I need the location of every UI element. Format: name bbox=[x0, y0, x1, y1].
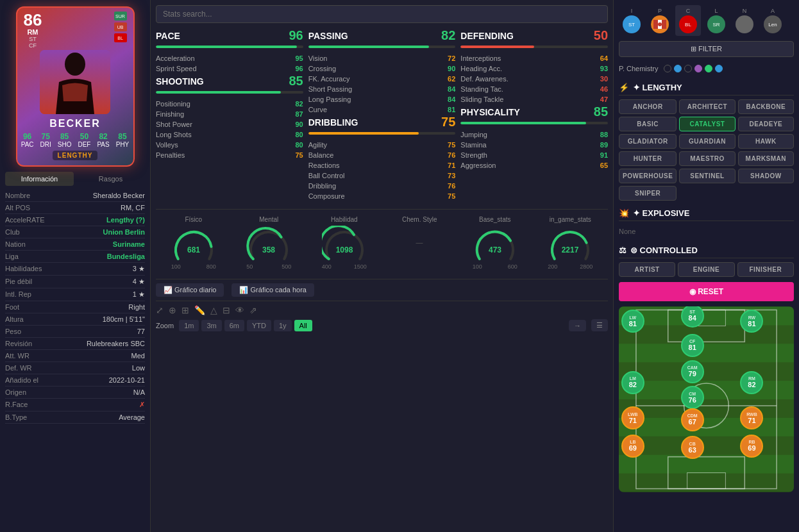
stat-item: Agility75 bbox=[308, 140, 456, 150]
stat-item-value: 65 bbox=[600, 162, 608, 169]
tool-grid-icon[interactable]: ⊟ bbox=[223, 305, 230, 315]
stat-item-value: 64 bbox=[600, 54, 608, 62]
lengthy-item-catalyst[interactable]: CATALYST bbox=[679, 117, 735, 131]
stat-category-value: 85 bbox=[289, 74, 303, 88]
chem-dot-3 bbox=[684, 65, 692, 72]
position-badge-rm[interactable]: RM82 bbox=[740, 371, 763, 394]
search-input[interactable] bbox=[156, 5, 608, 23]
tool-share-icon[interactable]: ⇗ bbox=[249, 305, 257, 315]
player-tab-n[interactable]: N bbox=[732, 5, 757, 36]
lengthy-item-sentinel[interactable]: SENTINEL bbox=[679, 169, 735, 183]
stat-category-name: PACE bbox=[156, 31, 180, 41]
zoom-6m[interactable]: 6m bbox=[224, 320, 244, 331]
lengthy-item-hawk[interactable]: HAWK bbox=[738, 134, 794, 149]
filter-button[interactable]: ⊞ FILTER bbox=[619, 41, 794, 57]
tool-box-icon[interactable]: ⊞ bbox=[181, 305, 189, 315]
left-panel: 86 RM ST CF SUR UB BL bbox=[0, 0, 151, 532]
lengthy-item-basic[interactable]: BASIC bbox=[619, 117, 677, 131]
stat-bar bbox=[308, 132, 419, 135]
zoom-3m[interactable]: 3m bbox=[201, 320, 221, 331]
lengthy-item-hunter[interactable]: HUNTER bbox=[619, 151, 677, 166]
stat-item-name: Balance bbox=[308, 151, 334, 159]
player-tab-c[interactable]: C BL bbox=[675, 5, 701, 36]
middle-panel: PACE96Acceleration95Sprint Speed96SHOOTI… bbox=[151, 0, 613, 532]
player-tab-p[interactable]: P bbox=[647, 5, 673, 36]
lengthy-item-powerhouse[interactable]: POWERHOUSE bbox=[619, 169, 677, 183]
lengthy-item-deadeye[interactable]: DEADEYE bbox=[738, 117, 794, 131]
tool-crosshair-icon[interactable]: ⊕ bbox=[169, 305, 176, 315]
lengthy-item-backbone[interactable]: BACKBONE bbox=[738, 99, 794, 114]
stat-item-name: Agility bbox=[308, 141, 327, 149]
tool-pen-icon[interactable]: ✏️ bbox=[194, 305, 205, 315]
position-badge-rw[interactable]: RW81 bbox=[740, 310, 763, 333]
reset-button[interactable]: ◉ RESET bbox=[619, 282, 794, 301]
position-badge-cf[interactable]: CF81 bbox=[681, 334, 704, 357]
stat-item-name: Interceptions bbox=[460, 54, 501, 62]
position-badge-lb[interactable]: LB69 bbox=[621, 435, 644, 458]
stat-item-value: 73 bbox=[448, 172, 455, 179]
tab-avatar-n bbox=[736, 15, 753, 33]
info-label: Nombre bbox=[5, 192, 50, 199]
card-stat-sho: 85SHO bbox=[58, 132, 72, 148]
player-tab-a[interactable]: A Len bbox=[760, 5, 786, 36]
chart-nav-right[interactable]: → bbox=[569, 320, 586, 331]
zoom-all[interactable]: All bbox=[294, 320, 312, 331]
lengthy-item-gladiator[interactable]: GLADIATOR bbox=[619, 134, 677, 149]
stat-category-value: 85 bbox=[594, 104, 608, 119]
stat-item-value: 75 bbox=[295, 151, 303, 159]
tab-rasgos[interactable]: Rasgos bbox=[76, 172, 145, 186]
svg-point-1 bbox=[65, 53, 85, 76]
position-badge-cm[interactable]: CM76 bbox=[681, 386, 704, 409]
tool-eye-icon[interactable]: 👁 bbox=[235, 305, 244, 315]
tab-informacion[interactable]: Información bbox=[5, 172, 74, 186]
lengthy-item-shadow[interactable]: SHADOW bbox=[738, 169, 794, 183]
explosive-icon: 💥 bbox=[619, 208, 629, 218]
stat-item: Volleys80 bbox=[156, 140, 303, 150]
position-badge-rwb[interactable]: RWB71 bbox=[740, 406, 763, 429]
position-badge-st[interactable]: ST84 bbox=[681, 306, 704, 328]
card-rating-block: 86 RM ST CF bbox=[24, 12, 42, 49]
player-tab-l[interactable]: L SR bbox=[703, 5, 729, 36]
chart-daily-btn[interactable]: 📈 Gráfico diario bbox=[156, 283, 224, 297]
zoom-1m[interactable]: 1m bbox=[179, 320, 199, 331]
controlled-item-artist[interactable]: ARTIST bbox=[619, 262, 675, 277]
stat-item-value: 88 bbox=[600, 131, 608, 138]
zoom-1y[interactable]: 1y bbox=[274, 320, 292, 331]
position-badge-lwb[interactable]: LWB71 bbox=[621, 406, 644, 429]
lengthy-icon: ⚡ bbox=[619, 83, 629, 92]
info-table: NombreSheraldo BeckerAlt POSRM, CFAccele… bbox=[5, 190, 145, 424]
position-badge-rb[interactable]: RB69 bbox=[740, 435, 763, 458]
chart-hourly-btn[interactable]: 📊 Gráfico cada hora bbox=[231, 283, 314, 297]
card-stats-row: 96PAC 75DRI 85SHO 50DEF 82PAS 85PHY bbox=[21, 132, 130, 148]
stat-bar bbox=[460, 122, 585, 124]
stat-item: FK. Accuracy62 bbox=[308, 74, 456, 84]
lengthy-item-marksman[interactable]: MARKSMAN bbox=[738, 151, 794, 166]
stat-category-name: SHOOTING bbox=[156, 76, 204, 87]
position-badge-lm[interactable]: LM82 bbox=[621, 371, 644, 394]
position-badge-cam[interactable]: CAM79 bbox=[681, 360, 704, 383]
tool-triangle-icon[interactable]: △ bbox=[210, 305, 217, 315]
info-value: ✗ bbox=[50, 401, 145, 409]
controlled-item-finisher[interactable]: FINISHER bbox=[737, 262, 794, 277]
lengthy-item-guardian[interactable]: GUARDIAN bbox=[679, 134, 735, 149]
lengthy-grid: ANCHORARCHITECTBACKBONEBASICCATALYSTDEAD… bbox=[619, 99, 794, 201]
chart-daily-icon: 📈 bbox=[164, 286, 172, 294]
position-badge-cb[interactable]: CB63 bbox=[681, 436, 704, 459]
position-badge-lw[interactable]: LW81 bbox=[621, 310, 644, 333]
lengthy-item-sniper[interactable]: SNIPER bbox=[619, 186, 677, 201]
controlled-item-engine[interactable]: ENGINE bbox=[678, 262, 734, 277]
zoom-controls: Zoom 1m 3m 6m YTD 1y All → ☰ bbox=[156, 319, 608, 331]
zoom-ytd[interactable]: YTD bbox=[247, 320, 271, 331]
stat-item-name: Long Passing bbox=[308, 96, 351, 103]
position-badge-cdm[interactable]: CDM67 bbox=[681, 408, 704, 431]
tool-cursor-icon[interactable]: ⤢ bbox=[156, 305, 164, 315]
stat-item-value: 90 bbox=[448, 65, 455, 72]
lengthy-item-maestro[interactable]: MAESTRO bbox=[679, 151, 735, 166]
lengthy-item-anchor[interactable]: ANCHOR bbox=[619, 99, 677, 114]
chart-menu-icon[interactable]: ☰ bbox=[591, 319, 608, 331]
gauge-label: Mental bbox=[259, 216, 278, 223]
lengthy-header: ⚡ ✦ LENGTHY bbox=[619, 80, 794, 96]
stat-column: PACE96Acceleration95Sprint Speed96SHOOTI… bbox=[156, 28, 303, 201]
player-tab-i[interactable]: I ST bbox=[619, 5, 644, 36]
lengthy-item-architect[interactable]: ARCHITECT bbox=[679, 99, 735, 114]
